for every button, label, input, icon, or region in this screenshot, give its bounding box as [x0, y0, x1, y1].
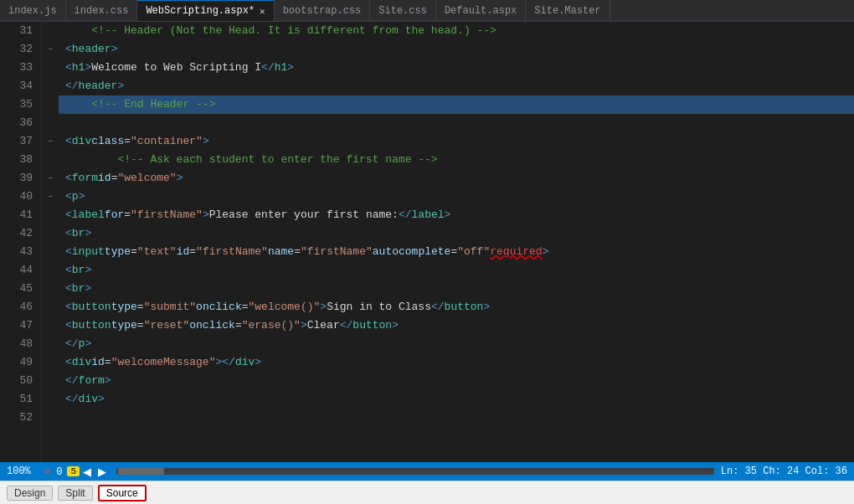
gutter-49 — [42, 353, 59, 372]
tab-bootstrap-css[interactable]: bootstrap.css — [275, 0, 371, 21]
gutter-50 — [42, 372, 59, 390]
tab-label: Site.css — [378, 5, 427, 17]
nav-back-button[interactable]: ◀ — [80, 465, 95, 478]
code-line-40[interactable]: <p> — [59, 188, 854, 206]
line-number-39: 39 — [8, 169, 33, 188]
gutter-36 — [42, 114, 59, 132]
line-number-34: 34 — [8, 77, 33, 95]
code-line-48[interactable]: </p> — [59, 335, 854, 353]
line-number-45: 45 — [8, 280, 33, 298]
line-number-49: 49 — [8, 353, 33, 372]
code-line-39[interactable]: <form id="welcome"> — [59, 169, 854, 188]
code-line-46[interactable]: <button type="submit" onclick="welcome()… — [59, 298, 854, 316]
warning-badge: 5 — [67, 466, 80, 476]
line-number-32: 32 — [8, 40, 33, 59]
line-number-41: 41 — [8, 206, 33, 224]
line-number-43: 43 — [8, 243, 33, 261]
code-line-42[interactable]: <br> — [59, 224, 854, 243]
line-number-40: 40 — [8, 188, 33, 206]
gutter-46 — [42, 298, 59, 316]
tab-label: index.js — [8, 5, 57, 17]
code-area[interactable]: <!-- Header (Not the Head. It is differe… — [59, 22, 854, 462]
line-number-31: 31 — [8, 22, 33, 40]
scroll-bar[interactable] — [116, 468, 714, 475]
line-number-37: 37 — [8, 132, 33, 151]
gutter-37[interactable]: − — [42, 132, 59, 151]
code-line-41[interactable]: <label for="firstName">Please enter your… — [59, 206, 854, 224]
design-button[interactable]: Design — [7, 486, 53, 501]
collapse-icon[interactable]: − — [48, 45, 53, 54]
code-line-52[interactable] — [59, 409, 854, 427]
gutter-34 — [42, 77, 59, 95]
tab-label: index.css — [75, 5, 129, 17]
code-line-38[interactable]: <!-- Ask each student to enter the first… — [59, 151, 854, 169]
gutter-33 — [42, 59, 59, 77]
line-number-46: 46 — [8, 298, 33, 316]
line-number-51: 51 — [8, 390, 33, 409]
code-line-51[interactable]: </div> — [59, 390, 854, 409]
tab-label: bootstrap.css — [283, 5, 362, 17]
gutter-51 — [42, 390, 59, 409]
gutter-42 — [42, 224, 59, 243]
gutter-32[interactable]: − — [42, 40, 59, 59]
left-gutter: −−−− — [42, 22, 59, 462]
footer-toolbar: Design Split Source — [0, 481, 854, 504]
gutter-39[interactable]: − — [42, 169, 59, 188]
gutter-38 — [42, 151, 59, 169]
tab-webscripting-aspx[interactable]: WebScripting.aspx*✕ — [137, 0, 274, 21]
code-line-37[interactable]: <div class="container"> — [59, 132, 854, 151]
gutter-35 — [42, 95, 59, 114]
tab-label: Site.Master — [534, 5, 600, 17]
gutter-40[interactable]: − — [42, 188, 59, 206]
line-number-44: 44 — [8, 261, 33, 280]
line-number-33: 33 — [8, 59, 33, 77]
code-line-47[interactable]: <button type="reset" onclick="erase()">C… — [59, 316, 854, 335]
gutter-48 — [42, 335, 59, 353]
error-count: ⊘ 0 — [44, 465, 63, 478]
code-line-45[interactable]: <br> — [59, 280, 854, 298]
tab-close-icon[interactable]: ✕ — [260, 6, 265, 17]
line-number-35: 35 — [8, 95, 33, 114]
line-number-52: 52 — [8, 409, 33, 427]
code-line-50[interactable]: </form> — [59, 372, 854, 390]
line-number-47: 47 — [8, 316, 33, 335]
code-line-35[interactable]: <!-- End Header --> — [59, 95, 854, 114]
ln-col-info: Ln: 35 Ch: 24 Col: 36 — [721, 465, 847, 477]
gutter-47 — [42, 316, 59, 335]
split-button[interactable]: Split — [58, 486, 92, 501]
code-line-43[interactable]: <input type="text" id="firstName" name="… — [59, 243, 854, 261]
tab-bar: index.jsindex.cssWebScripting.aspx*✕boot… — [0, 0, 854, 22]
code-line-32[interactable]: <header> — [59, 40, 854, 59]
tab-label: WebScripting.aspx* — [146, 5, 255, 17]
code-line-34[interactable]: </header> — [59, 77, 854, 95]
tab-default-aspx[interactable]: Default.aspx — [436, 0, 526, 21]
line-number-48: 48 — [8, 335, 33, 353]
line-number-36: 36 — [8, 114, 33, 132]
gutter-31 — [42, 22, 59, 40]
nav-forward-button[interactable]: ▶ — [95, 465, 110, 478]
code-line-44[interactable]: <br> — [59, 261, 854, 280]
code-line-33[interactable]: <h1>Welcome to Web Scripting I</h1> — [59, 59, 854, 77]
tab-index-css[interactable]: index.css — [66, 0, 138, 21]
collapse-icon[interactable]: − — [48, 174, 53, 183]
code-line-49[interactable]: <div id="welcomeMessage"></div> — [59, 353, 854, 372]
gutter-45 — [42, 280, 59, 298]
code-line-36[interactable] — [59, 114, 854, 132]
collapse-icon[interactable]: − — [48, 193, 53, 202]
collapse-icon[interactable]: − — [48, 137, 53, 147]
source-button[interactable]: Source — [98, 485, 147, 501]
line-number-42: 42 — [8, 224, 33, 243]
code-line-31[interactable]: <!-- Header (Not the Head. It is differe… — [59, 22, 854, 40]
line-number-50: 50 — [8, 372, 33, 390]
gutter-52 — [42, 409, 59, 427]
tab-site-master[interactable]: Site.Master — [526, 0, 610, 21]
status-bar: 100% ⊘ 0 5 ◀ ▶ Ln: 35 Ch: 24 Col: 36 — [0, 462, 854, 481]
tab-index-js[interactable]: index.js — [0, 0, 66, 21]
gutter-44 — [42, 261, 59, 280]
gutter-43 — [42, 243, 59, 261]
tab-site-css[interactable]: Site.css — [370, 0, 436, 21]
line-numbers: 3132333435363738394041424344454647484950… — [0, 22, 42, 462]
main-area: 3132333435363738394041424344454647484950… — [0, 22, 854, 462]
tab-label: Default.aspx — [445, 5, 517, 17]
zoom-level: 100% — [7, 465, 31, 477]
